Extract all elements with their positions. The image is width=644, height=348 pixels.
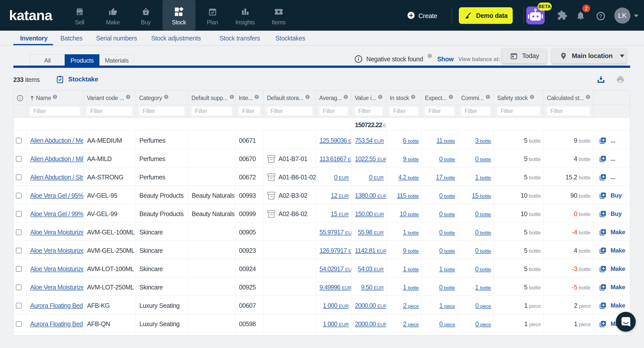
svg-text:?: ? [599, 13, 602, 19]
